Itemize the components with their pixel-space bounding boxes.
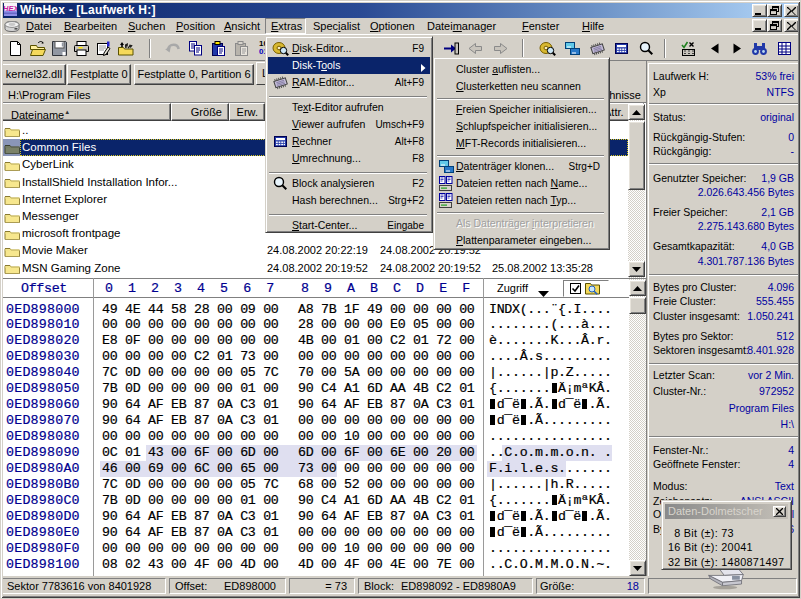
- svg-text:HEX: HEX: [4, 4, 17, 13]
